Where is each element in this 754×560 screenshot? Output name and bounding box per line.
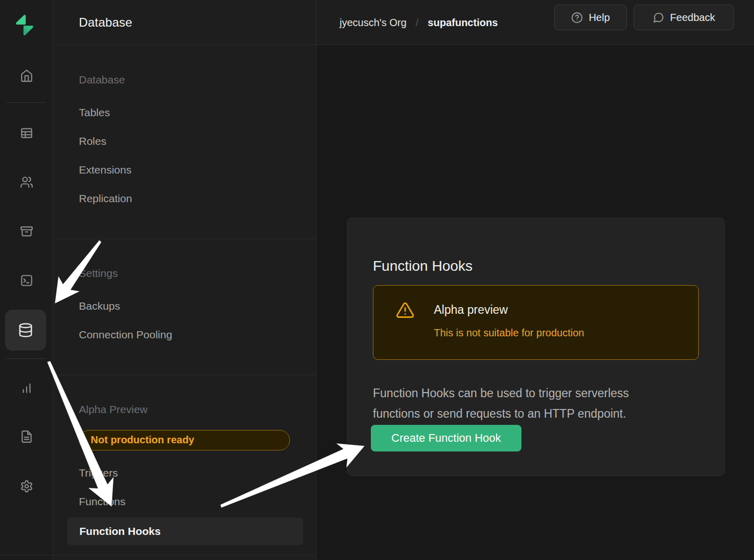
sidebar-item-connection-pooling[interactable]: Connection Pooling (79, 329, 172, 343)
sidebar-title: Database (79, 15, 132, 30)
create-function-hook-button[interactable]: Create Function Hook (371, 425, 521, 451)
help-button-label: Help (589, 12, 610, 24)
breadcrumb: jyecusch's Org / supafunctions (340, 0, 498, 45)
sidebar-header: Database (53, 0, 316, 45)
sidebar-item-backups[interactable]: Backups (79, 300, 120, 314)
home-icon[interactable] (20, 69, 33, 82)
section-header-settings: Settings (79, 267, 118, 282)
function-hooks-card: Function Hooks Alpha preview This is not… (347, 218, 725, 476)
feedback-button-label: Feedback (670, 12, 715, 24)
warning-triangle-icon (396, 301, 414, 319)
storage-icon[interactable] (20, 225, 33, 238)
help-button[interactable]: Help (554, 5, 627, 30)
sidebar: Database Database Tables Roles Extension… (53, 0, 317, 560)
feedback-button[interactable]: Feedback (634, 5, 734, 30)
alert-subtitle: This is not suitable for production (434, 327, 584, 339)
sql-editor-icon[interactable] (20, 274, 33, 287)
sidebar-item-tables[interactable]: Tables (79, 106, 110, 121)
sidebar-bottom-divider (0, 555, 317, 555)
sidebar-item-triggers[interactable]: Triggers (79, 467, 118, 481)
sidebar-divider (53, 239, 316, 239)
reports-icon[interactable] (20, 381, 33, 395)
breadcrumb-separator: / (416, 17, 419, 29)
table-editor-icon[interactable] (20, 126, 33, 140)
sidebar-divider (53, 375, 316, 375)
icon-rail (0, 0, 53, 560)
settings-gear-icon[interactable] (20, 480, 33, 493)
card-title: Function Hooks (373, 258, 473, 274)
section-header-alpha-preview: Alpha Preview (79, 403, 148, 418)
card-description-line2: functions or send requests to an HTTP en… (373, 403, 711, 424)
topbar: jyecusch's Org / supafunctions Help Feed… (317, 0, 754, 45)
help-circle-icon (571, 12, 583, 24)
sidebar-item-extensions[interactable]: Extensions (79, 164, 132, 178)
supabase-logo-icon[interactable] (13, 14, 36, 36)
sidebar-item-function-hooks-selected[interactable]: Function Hooks (67, 518, 303, 545)
database-icon (18, 322, 33, 338)
rail-divider (6, 358, 46, 359)
breadcrumb-project[interactable]: supafunctions (428, 17, 498, 29)
alpha-preview-alert: Alpha preview This is not suitable for p… (373, 285, 699, 360)
section-header-database: Database (79, 74, 125, 88)
create-function-hook-label: Create Function Hook (391, 432, 501, 445)
app-root: Database Database Tables Roles Extension… (0, 0, 754, 560)
docs-icon[interactable] (20, 430, 33, 443)
rail-divider (6, 102, 46, 103)
not-production-ready-badge: Not production ready (79, 430, 290, 450)
database-nav-item[interactable] (5, 310, 46, 351)
sidebar-item-replication[interactable]: Replication (79, 192, 132, 207)
auth-users-icon[interactable] (20, 176, 33, 189)
breadcrumb-org[interactable]: jyecusch's Org (340, 17, 407, 29)
main-content: Function Hooks Alpha preview This is not… (317, 45, 754, 560)
sidebar-item-function-hooks-label: Function Hooks (79, 525, 161, 537)
card-description-line1: Function Hooks can be used to trigger se… (373, 383, 711, 403)
speech-bubble-icon (653, 12, 664, 24)
alert-title: Alpha preview (434, 303, 508, 317)
sidebar-item-functions[interactable]: Functions (79, 496, 125, 510)
sidebar-item-roles[interactable]: Roles (79, 135, 107, 149)
